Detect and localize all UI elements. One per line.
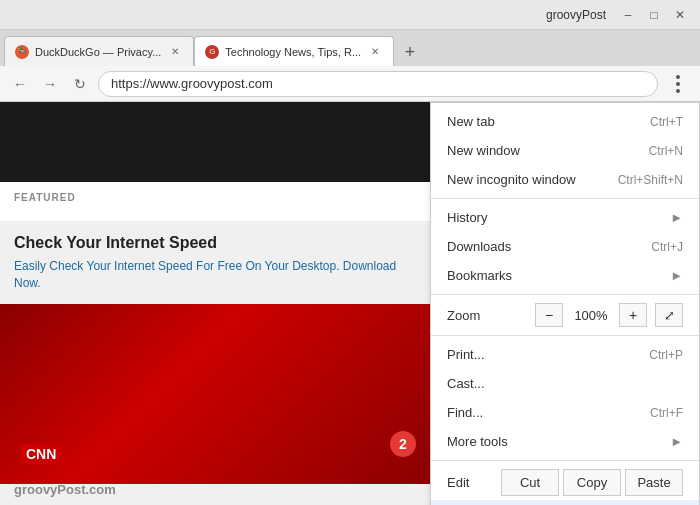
site-featured: FEATURED (0, 182, 430, 222)
tab-favicon-duck: 🦆 (15, 45, 29, 59)
tab-favicon-groovy: G (205, 45, 219, 59)
zoom-controls: − 100% + ⤢ (535, 303, 683, 327)
back-button[interactable]: ← (8, 72, 32, 96)
featured-label: FEATURED (14, 192, 416, 203)
divider-4 (431, 460, 699, 461)
badge-2: 2 (390, 431, 416, 457)
tab-bar: 🦆 DuckDuckGo — Privacy... ✕ G Technology… (0, 30, 700, 66)
bookmarks-arrow-icon: ► (670, 268, 683, 283)
menu-item-more-tools-label: More tools (447, 434, 508, 449)
tab-groovypost[interactable]: G Technology News, Tips, R... ✕ (194, 36, 394, 66)
menu-item-print[interactable]: Print... Ctrl+P (431, 340, 699, 369)
menu-item-downloads[interactable]: Downloads Ctrl+J (431, 232, 699, 261)
cut-button[interactable]: Cut (501, 469, 559, 496)
history-arrow-icon: ► (670, 210, 683, 225)
title-bar: groovyPost – □ ✕ (0, 0, 700, 30)
menu-item-find-shortcut: Ctrl+F (650, 406, 683, 420)
forward-button[interactable]: → (38, 72, 62, 96)
tab-close-groovy[interactable]: ✕ (367, 44, 383, 60)
title-bar-text: groovyPost (546, 8, 606, 22)
site-header (0, 102, 430, 182)
menu-item-incognito-shortcut: Ctrl+Shift+N (618, 173, 683, 187)
menu-item-new-tab-label: New tab (447, 114, 495, 129)
menu-item-print-shortcut: Ctrl+P (649, 348, 683, 362)
zoom-value: 100% (571, 308, 611, 323)
menu-item-downloads-shortcut: Ctrl+J (651, 240, 683, 254)
menu-item-downloads-label: Downloads (447, 239, 511, 254)
divider-1 (431, 198, 699, 199)
maximize-button[interactable]: □ (642, 5, 666, 25)
site-footer-logo: groovyPost.com (14, 482, 116, 497)
menu-item-new-window-label: New window (447, 143, 520, 158)
divider-2 (431, 294, 699, 295)
edit-row: Edit Cut Copy Paste (431, 465, 699, 500)
chrome-dropdown-menu: New tab Ctrl+T New window Ctrl+N New inc… (430, 102, 700, 505)
reload-button[interactable]: ↻ (68, 72, 92, 96)
menu-item-find-label: Find... (447, 405, 483, 420)
zoom-label: Zoom (447, 308, 497, 323)
article-text-block: Check Your Internet Speed Easily Check Y… (0, 222, 430, 304)
menu-item-print-label: Print... (447, 347, 485, 362)
menu-item-cast-label: Cast... (447, 376, 485, 391)
paste-button[interactable]: Paste (625, 469, 683, 496)
address-input[interactable] (98, 71, 658, 97)
article-title: Check Your Internet Speed (14, 234, 416, 252)
chrome-menu-button[interactable] (664, 70, 692, 98)
minimize-button[interactable]: – (616, 5, 640, 25)
tab-label-groovy: Technology News, Tips, R... (225, 46, 361, 58)
menu-item-new-tab[interactable]: New tab Ctrl+T (431, 107, 699, 136)
menu-item-incognito[interactable]: New incognito window Ctrl+Shift+N (431, 165, 699, 194)
article-desc: Easily Check Your Internet Speed For Fre… (14, 258, 416, 292)
menu-item-history[interactable]: History ► (431, 203, 699, 232)
site-article-image: CNN (0, 304, 430, 484)
website-content: FEATURED Check Your Internet Speed Easil… (0, 102, 430, 505)
title-bar-buttons: – □ ✕ (616, 5, 692, 25)
menu-item-new-window-shortcut: Ctrl+N (649, 144, 683, 158)
tab-duckduckgo[interactable]: 🦆 DuckDuckGo — Privacy... ✕ (4, 36, 194, 66)
menu-item-incognito-label: New incognito window (447, 172, 576, 187)
copy-button[interactable]: Copy (563, 469, 621, 496)
zoom-plus-button[interactable]: + (619, 303, 647, 327)
menu-item-history-label: History (447, 210, 487, 225)
menu-item-settings[interactable]: Settings (431, 500, 699, 505)
menu-item-new-tab-shortcut: Ctrl+T (650, 115, 683, 129)
browser-content: FEATURED Check Your Internet Speed Easil… (0, 102, 700, 505)
divider-3 (431, 335, 699, 336)
menu-item-find[interactable]: Find... Ctrl+F (431, 398, 699, 427)
menu-item-new-window[interactable]: New window Ctrl+N (431, 136, 699, 165)
zoom-minus-button[interactable]: − (535, 303, 563, 327)
menu-item-bookmarks[interactable]: Bookmarks ► (431, 261, 699, 290)
three-dots-icon (676, 75, 680, 93)
cnn-logo: CNN (20, 444, 62, 464)
new-tab-button[interactable]: + (396, 38, 424, 66)
edit-label: Edit (447, 475, 497, 490)
tab-label-duck: DuckDuckGo — Privacy... (35, 46, 161, 58)
zoom-fullscreen-button[interactable]: ⤢ (655, 303, 683, 327)
more-tools-arrow-icon: ► (670, 434, 683, 449)
menu-item-bookmarks-label: Bookmarks (447, 268, 512, 283)
tab-close-duck[interactable]: ✕ (167, 44, 183, 60)
zoom-row: Zoom − 100% + ⤢ (431, 299, 699, 331)
close-button[interactable]: ✕ (668, 5, 692, 25)
menu-item-more-tools[interactable]: More tools ► (431, 427, 699, 456)
menu-item-cast[interactable]: Cast... (431, 369, 699, 398)
address-bar: ← → ↻ (0, 66, 700, 102)
